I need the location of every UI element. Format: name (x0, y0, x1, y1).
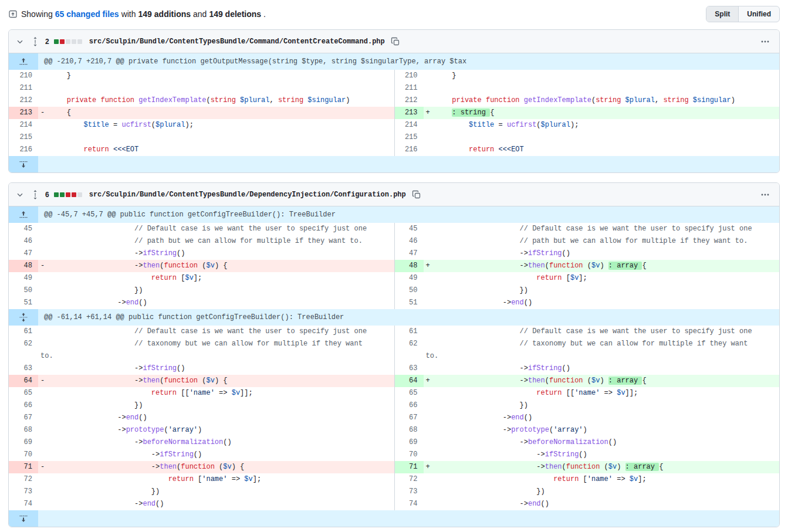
hunk-header-text: @@ -61,14 +61,14 @@ public function getC… (38, 309, 779, 326)
code-token: { (659, 463, 663, 471)
new-line-number[interactable]: 212 (394, 94, 424, 107)
expand-all-icon[interactable] (30, 189, 40, 200)
new-line-number[interactable]: 45 (394, 223, 424, 235)
code-token: -> (435, 438, 528, 446)
hunk-header-row: @@ -61,14 +61,14 @@ public function getC… (9, 309, 779, 326)
changed-lines-count: 6 (45, 191, 49, 199)
old-line-number[interactable]: 68 (9, 424, 38, 436)
new-line-number[interactable]: 213 (394, 107, 424, 119)
new-line-number[interactable]: 62 (394, 338, 424, 362)
old-line-number[interactable]: 213 (9, 107, 38, 119)
new-line-number[interactable]: 210 (394, 70, 424, 82)
old-line-number[interactable]: 72 (9, 473, 38, 486)
new-line-number[interactable]: 51 (394, 297, 424, 309)
new-line-number[interactable]: 48 (394, 260, 424, 272)
unified-view-button[interactable]: Unified (738, 6, 779, 22)
old-line-number[interactable]: 62 (9, 338, 38, 362)
new-line-number[interactable]: 61 (394, 326, 424, 338)
old-line-number[interactable]: 50 (9, 284, 38, 297)
new-line-number[interactable]: 216 (394, 144, 424, 156)
new-line-number[interactable]: 214 (394, 119, 424, 131)
old-line-number[interactable]: 64 (9, 375, 38, 387)
expander-fill (38, 156, 779, 172)
diffstat (54, 39, 82, 44)
new-line-number[interactable]: 70 (394, 449, 424, 461)
new-line-number[interactable]: 71 (394, 461, 424, 473)
old-line-number[interactable]: 211 (9, 82, 38, 94)
old-line-number[interactable]: 74 (9, 498, 38, 510)
new-line-number[interactable]: 69 (394, 436, 424, 449)
code-token: return (151, 389, 177, 397)
code-token: -> (435, 377, 528, 385)
context-code-line (38, 82, 394, 94)
old-line-number[interactable]: 47 (9, 248, 38, 260)
old-line-number[interactable]: 216 (9, 144, 38, 156)
new-line-number[interactable]: 47 (394, 248, 424, 260)
old-line-number[interactable]: 45 (9, 223, 38, 235)
diff-table-row: 70 ->ifString()70 ->ifString() (9, 449, 779, 461)
old-line-number[interactable]: 214 (9, 119, 38, 131)
new-line-number[interactable]: 63 (394, 362, 424, 375)
code-token: ( (206, 96, 210, 104)
old-line-number[interactable]: 70 (9, 449, 38, 461)
expand-down-icon[interactable] (9, 510, 38, 527)
new-line-number[interactable]: 46 (394, 235, 424, 248)
new-line-number[interactable]: 73 (394, 486, 424, 498)
code-token: -> (50, 500, 143, 508)
expand-up-down-icon[interactable] (9, 309, 38, 326)
diff-table-row: 72 return ['name' => $v];72 return ['nam… (9, 473, 779, 486)
expand-all-icon[interactable] (30, 36, 40, 47)
copy-path-icon[interactable] (390, 36, 401, 48)
old-line-number[interactable]: 215 (9, 131, 38, 144)
new-line-number[interactable]: 215 (394, 131, 424, 144)
changed-files-link[interactable]: 65 changed files (55, 9, 119, 19)
old-line-number[interactable]: 49 (9, 272, 38, 284)
new-line-number[interactable]: 50 (394, 284, 424, 297)
file-options-kebab-icon[interactable] (757, 188, 773, 202)
expand-up-icon[interactable] (9, 206, 38, 223)
context-code-line: }) (424, 486, 780, 498)
old-line-number[interactable]: 73 (9, 486, 38, 498)
old-line-number[interactable]: 69 (9, 436, 38, 449)
added-word-highlight: : array (625, 463, 660, 471)
code-token: string (663, 96, 688, 104)
new-line-number[interactable]: 65 (394, 387, 424, 399)
diff-sign-marker (426, 70, 435, 82)
collapse-all-icon[interactable] (8, 9, 18, 19)
context-code-line: return [['name' => $v]]; (424, 387, 780, 399)
old-line-number[interactable]: 65 (9, 387, 38, 399)
new-line-number[interactable]: 64 (394, 375, 424, 387)
context-code-line: // taxonomy but we can allow for multipl… (424, 338, 780, 362)
new-line-number[interactable]: 49 (394, 272, 424, 284)
old-line-number[interactable]: 67 (9, 412, 38, 424)
old-line-number[interactable]: 210 (9, 70, 38, 82)
old-line-number[interactable]: 48 (9, 260, 38, 272)
new-line-number[interactable]: 211 (394, 82, 424, 94)
new-line-number[interactable]: 67 (394, 412, 424, 424)
old-line-number[interactable]: 66 (9, 399, 38, 412)
expand-up-icon[interactable] (9, 53, 38, 70)
diff-sign-marker (426, 387, 435, 399)
context-code-line: } (38, 70, 394, 82)
expand-down-icon[interactable] (9, 156, 38, 172)
new-line-number[interactable]: 72 (394, 473, 424, 486)
old-line-number[interactable]: 212 (9, 94, 38, 107)
code-token: ); (185, 121, 193, 129)
old-line-number[interactable]: 51 (9, 297, 38, 309)
code-token: ( (583, 262, 591, 270)
new-line-number[interactable]: 66 (394, 399, 424, 412)
file-options-kebab-icon[interactable] (757, 35, 773, 49)
copy-path-icon[interactable] (411, 189, 422, 201)
chevron-down-icon[interactable] (15, 36, 25, 47)
old-line-number[interactable]: 71 (9, 461, 38, 473)
chevron-down-icon[interactable] (15, 189, 25, 200)
hunk-header-text: @@ -210,7 +210,7 @@ private function get… (38, 53, 779, 70)
new-line-number[interactable]: 74 (394, 498, 424, 510)
code-token (435, 145, 469, 154)
code-token: string (596, 96, 621, 104)
old-line-number[interactable]: 46 (9, 235, 38, 248)
old-line-number[interactable]: 63 (9, 362, 38, 375)
old-line-number[interactable]: 61 (9, 326, 38, 338)
new-line-number[interactable]: 68 (394, 424, 424, 436)
split-view-button[interactable]: Split (706, 6, 738, 22)
